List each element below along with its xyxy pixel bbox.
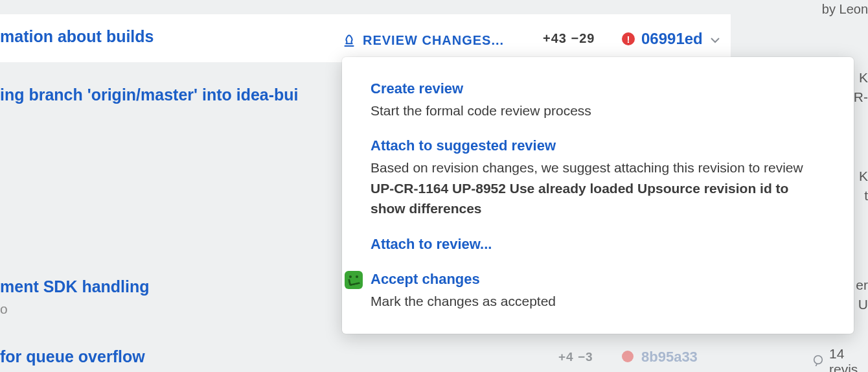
commit-title-link[interactable]: ment SDK handling: [0, 277, 150, 296]
diff-stats: +4 −3: [558, 350, 593, 364]
review-changes-label: REVIEW CHANGES...: [363, 33, 504, 48]
truncated-text: er: [856, 277, 868, 293]
commit-title-link[interactable]: mation about builds: [0, 27, 154, 46]
attach-to-review-item[interactable]: Attach to review...: [371, 235, 825, 255]
create-review-desc: Start the formal code review process: [371, 100, 825, 121]
commit-hash-link: 8b95a33: [641, 349, 698, 366]
create-review-item[interactable]: Create review Start the formal code revi…: [371, 79, 825, 121]
create-review-title: Create review: [371, 79, 825, 99]
attach-to-review-title: Attach to review...: [371, 235, 825, 255]
review-changes-popover: Create review Start the formal code revi…: [342, 57, 854, 334]
truncated-text: U: [858, 297, 868, 312]
diff-stats: +43 −29: [543, 31, 595, 46]
truncated-text: t: [864, 188, 868, 203]
svg-point-0: [814, 356, 823, 364]
byline-author: by Leon: [822, 1, 868, 17]
accept-changes-item[interactable]: Accept changes Mark the changes as accep…: [371, 270, 825, 311]
revision-count-label: 14 revis: [829, 346, 868, 372]
truncated-text: R-: [854, 89, 868, 105]
build-status-failed-icon[interactable]: !: [622, 32, 635, 45]
commit-title-link[interactable]: for queue overflow: [0, 347, 145, 366]
smiley-icon: [345, 271, 363, 289]
commit-title-link[interactable]: ing branch 'origin/master' into idea-bui: [0, 86, 369, 104]
review-changes-button[interactable]: REVIEW CHANGES...: [342, 30, 504, 51]
attach-suggested-review-item[interactable]: Attach to suggested review Based on revi…: [371, 136, 825, 218]
stamp-icon: [342, 30, 356, 51]
chevron-down-icon[interactable]: [710, 35, 720, 47]
attach-suggested-desc: Based on revision changes, we suggest at…: [371, 157, 825, 219]
truncated-text: K: [859, 70, 868, 86]
attach-suggested-title: Attach to suggested review: [371, 136, 825, 156]
accept-changes-title: Accept changes: [371, 270, 825, 290]
comment-icon: [812, 354, 824, 369]
build-status-failed-icon: [622, 351, 634, 362]
commit-row[interactable]: mation about builds REVIEW CHANGES... +4…: [0, 14, 731, 62]
commit-hash-link[interactable]: 06991ed: [641, 30, 703, 48]
revision-count[interactable]: 14 revis: [812, 346, 868, 372]
accept-changes-desc: Mark the changes as accepted: [371, 291, 825, 312]
truncated-text: K: [859, 169, 868, 184]
commit-subline: o: [0, 301, 8, 317]
